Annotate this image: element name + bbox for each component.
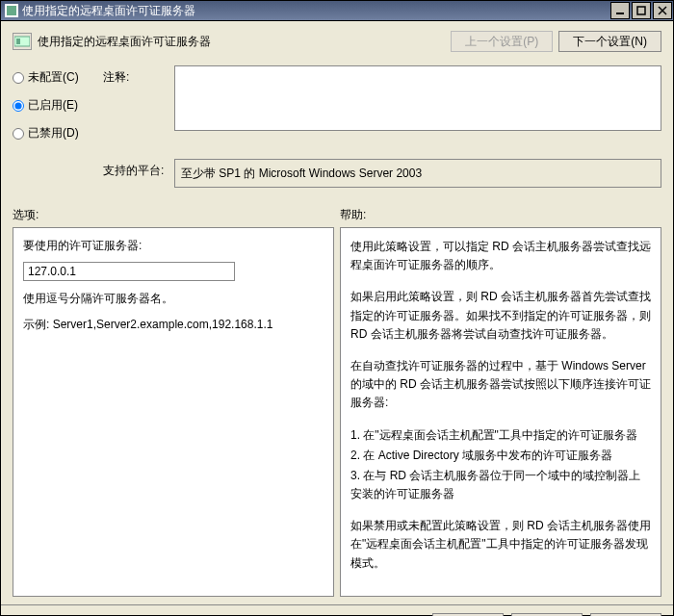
window-controls (609, 1, 673, 20)
comment-textarea[interactable] (174, 65, 661, 131)
svg-rect-2 (637, 7, 645, 14)
help-p1: 使用此策略设置，可以指定 RD 会话主机服务器尝试查找远程桌面许可证服务器的顺序… (350, 238, 651, 274)
window-title: 使用指定的远程桌面许可证服务器 (22, 3, 609, 19)
radio-disabled[interactable]: 已禁用(D) (13, 125, 99, 141)
nav-buttons: 上一个设置(P) 下一个设置(N) (451, 31, 661, 52)
comment-label: 注释: (103, 65, 170, 141)
comment-box (174, 65, 661, 153)
header-subtitle: 使用指定的远程桌面许可证服务器 (38, 34, 451, 50)
radio-enabled[interactable]: 已启用(E) (13, 97, 99, 114)
maximize-button[interactable] (632, 2, 651, 19)
config-area: 未配置(C) 已启用(E) 已禁用(D) 注释: 支持的平台: 至少带 SP1 … (1, 60, 673, 193)
footer: 确定 取消 应用(A) (1, 604, 673, 616)
options-header: 选项: (13, 207, 340, 223)
help-p3: 在自动查找许可证服务器的过程中，基于 Windows Server 的域中的 R… (350, 357, 651, 413)
options-panel: 要使用的许可证服务器: 使用逗号分隔许可服务器名。 示例: Server1,Se… (13, 227, 334, 597)
minimize-button[interactable] (610, 2, 630, 19)
help-p6: 3. 在与 RD 会话主机服务器位于同一个域中的域控制器上安装的许可证服务器 (350, 467, 651, 503)
radio-disabled-label: 已禁用(D) (28, 125, 79, 141)
help-header: 帮助: (340, 207, 366, 223)
platform-label: 支持的平台: (103, 159, 170, 188)
servers-field-label: 要使用的许可证服务器: (23, 238, 324, 254)
policy-icon (13, 33, 32, 50)
radio-enabled-input[interactable] (13, 100, 24, 112)
platform-value: 至少带 SP1 的 Microsoft Windows Server 2003 (174, 159, 661, 188)
radio-unconfigured-label: 未配置(C) (28, 69, 79, 86)
header-row: 使用指定的远程桌面许可证服务器 上一个设置(P) 下一个设置(N) (1, 21, 673, 60)
panel-headers: 选项: 帮助: (1, 193, 673, 227)
radio-group: 未配置(C) 已启用(E) 已禁用(D) (13, 65, 99, 141)
help-p5: 2. 在 Active Directory 域服务中发布的许可证服务器 (350, 447, 651, 465)
next-setting-button[interactable]: 下一个设置(N) (558, 31, 661, 52)
radio-unconfigured-input[interactable] (13, 72, 24, 84)
radio-enabled-label: 已启用(E) (28, 97, 78, 114)
prev-setting-button[interactable]: 上一个设置(P) (451, 31, 553, 52)
options-note1: 使用逗号分隔许可服务器名。 (23, 291, 324, 307)
svg-rect-6 (16, 38, 20, 44)
help-p2: 如果启用此策略设置，则 RD 会话主机服务器首先尝试查找指定的许可证服务器。如果… (350, 288, 651, 344)
app-icon (5, 4, 18, 17)
platform-box: 至少带 SP1 的 Microsoft Windows Server 2003 (174, 159, 661, 188)
dialog-window: 使用指定的远程桌面许可证服务器 使用指定的远程桌面许可证服务器 上一个设置(P)… (0, 0, 674, 616)
help-p7: 如果禁用或未配置此策略设置，则 RD 会话主机服务器使用在"远程桌面会话主机配置… (350, 517, 651, 573)
help-p4: 1. 在"远程桌面会话主机配置"工具中指定的许可证服务器 (350, 426, 651, 445)
titlebar: 使用指定的远程桌面许可证服务器 (1, 1, 673, 21)
options-note2: 示例: Server1,Server2.example.com,192.168.… (23, 317, 324, 333)
servers-input[interactable] (23, 262, 235, 281)
radio-unconfigured[interactable]: 未配置(C) (13, 69, 99, 86)
radio-disabled-input[interactable] (13, 128, 24, 140)
help-panel: 使用此策略设置，可以指定 RD 会话主机服务器尝试查找远程桌面许可证服务器的顺序… (340, 227, 661, 597)
panels: 要使用的许可证服务器: 使用逗号分隔许可服务器名。 示例: Server1,Se… (1, 227, 673, 604)
close-button[interactable] (653, 2, 672, 19)
svg-rect-0 (7, 6, 16, 15)
